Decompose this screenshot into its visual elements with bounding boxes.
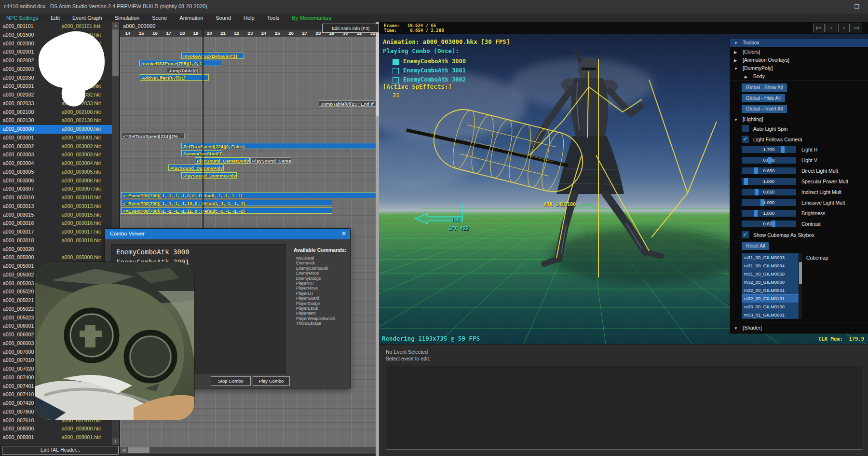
list-item[interactable]: a000_005000a000_005000.hkt <box>0 253 112 262</box>
lighting-header[interactable]: ▼[Lighting] <box>734 116 763 122</box>
list-item[interactable]: a000_003003a000_003003.hkt <box>0 151 112 159</box>
timeline-event[interactable]: JumpTable[0](23 : End If <box>319 100 376 107</box>
checkbox-checked[interactable]: ✓ <box>742 136 749 143</box>
list-item[interactable]: a000_003020 <box>0 245 112 254</box>
scrollbar-thumb[interactable] <box>112 29 119 76</box>
list-item[interactable]: a000_003017a000_003017.hkt <box>0 228 112 236</box>
slider-brightness[interactable]: 1.000 <box>742 210 796 217</box>
cubemap-item[interactable]: m31_00_GILM0004 <box>742 262 799 270</box>
list-item[interactable]: a000_003013a000_003013.hkt <box>0 202 112 211</box>
slider-direct-light-mult[interactable]: 0.650 <box>742 167 796 174</box>
slider-handle[interactable] <box>755 189 759 195</box>
stop-combo-button[interactable]: Stop Combo <box>211 376 251 386</box>
cubemap-item[interactable]: m33_00_GILM0100 <box>742 303 799 311</box>
menu-item-scene[interactable]: Scene <box>146 14 173 22</box>
slider-handle[interactable] <box>754 210 758 217</box>
list-item[interactable]: a000_002100a000_002100.hkt <box>0 108 112 117</box>
timeline-event[interactable]: PlaySound_DummyPoly[191] <box>181 172 237 179</box>
list-item[interactable]: a000_003000a000_003000.hkt <box>0 125 112 134</box>
scroll-up-icon[interactable]: ▲ <box>112 22 119 29</box>
slider-handle[interactable] <box>754 167 758 174</box>
list-item[interactable]: a000_003006a000_003006.hkt <box>0 177 112 185</box>
scrollbar-thumb[interactable] <box>376 29 379 116</box>
timeline-vertical-scrollbar[interactable] <box>376 22 379 456</box>
toolbox-header[interactable]: ▼Toolbox <box>730 39 868 47</box>
timeline-event[interactable]: <=Event700[700](-1, -1, -1, -1, 10, 0 : … <box>121 200 332 206</box>
timeline-event[interactable]: <=SetTurnSpeed[224](2% <box>121 133 185 139</box>
edit-tae-header-button[interactable]: Edit TAE Header... <box>2 446 119 455</box>
combo-checkbox[interactable] <box>393 59 399 65</box>
dialog-title-bar[interactable]: Combo Viewer ✕ <box>105 229 350 239</box>
cubemap-item[interactable]: m32_00_GILM0001 <box>742 286 799 294</box>
timeline-event[interactable]: SpawnOneShotFFX[96] <box>181 150 222 156</box>
shader-header[interactable]: ▼[Shader] <box>734 325 762 331</box>
slider-handle[interactable] <box>760 199 764 206</box>
slider-light-v[interactable]: 0.000 <box>742 157 796 164</box>
scroll-down-icon[interactable]: ▼ <box>112 438 119 445</box>
cubemap-scrollbar[interactable] <box>799 253 802 319</box>
timeline-event[interactable]: PlaySound_DummyPoly[191] <box>168 165 224 171</box>
list-item[interactable]: a000_003002a000_003002.hkt <box>0 142 112 151</box>
menu-item-sound[interactable]: Sound <box>209 14 237 22</box>
slider-handle[interactable] <box>772 221 775 227</box>
menu-item-by-meowmaritus[interactable]: By Meowmaritus <box>285 14 337 22</box>
list-item[interactable]: a000_003015a000_003015.hkt <box>0 211 112 220</box>
slider-handle[interactable] <box>768 157 772 164</box>
list-item[interactable]: a000_003016a000_003016.hkt <box>0 219 112 228</box>
slider-handle[interactable] <box>744 178 748 185</box>
list-item[interactable]: a000_008000a000_008000.hkt <box>0 425 112 433</box>
edit-anim-info-button[interactable]: Edit Anim Info (F3) <box>322 24 379 33</box>
timeline-event[interactable]: InvokeDS3Poise[795](1, 0, 1) <box>139 60 222 66</box>
tree-item-colors[interactable]: ▶[Colors] <box>734 49 760 55</box>
playback-button-1[interactable]: < <box>826 24 837 32</box>
cubemap-list[interactable]: m31_00_GILM0003m31_00_GILM0004m31_00_GIL… <box>742 253 799 319</box>
menu-item-npc-settings[interactable]: NPC Settings <box>0 14 44 22</box>
playback-button-0[interactable]: |<< <box>813 24 825 32</box>
global-button-2[interactable]: Global - Invert All <box>742 105 787 113</box>
list-item[interactable]: a000_002130a000_002130.hkt <box>0 116 112 125</box>
slider-handle[interactable] <box>781 146 785 153</box>
menu-item-edit[interactable]: Edit <box>44 14 66 22</box>
checkbox-unchecked[interactable] <box>742 125 749 132</box>
slider-emissive-light-mult[interactable]: 1.000 <box>742 199 796 206</box>
minimize-button[interactable]: — <box>828 2 845 12</box>
timeline-h-scrollbar[interactable]: ◀ <box>120 447 376 454</box>
timeline-event[interactable]: JumpTable[0] <box>167 67 199 73</box>
cubemap-item[interactable]: m31_00_GILM0050 <box>742 270 799 278</box>
checkbox-checked[interactable]: ✓ <box>742 231 749 238</box>
list-item[interactable]: a000_003010a000_003010.hkt <box>0 193 112 202</box>
timeline-event[interactable]: AddSpEffect[67](31) <box>140 74 209 81</box>
close-icon[interactable]: ✕ <box>341 230 346 237</box>
global-button-1[interactable]: Global - Hide All <box>742 94 785 102</box>
combo-checkbox[interactable] <box>393 68 399 74</box>
chevron-right-icon[interactable]: ▶ <box>734 50 743 55</box>
cubemap-item[interactable]: m33_01_GILM0001 <box>742 311 799 319</box>
slider-indirect-light-mult[interactable]: 0.650 <box>742 189 796 195</box>
list-item[interactable]: a000_008001a000_008001.hkt <box>0 433 112 442</box>
timeline-event[interactable]: PlaySound_CenterBod](123) <box>250 157 291 164</box>
cubemap-item[interactable]: m32_00_GILM0000 <box>742 278 799 286</box>
slider-contrast[interactable]: 0.600 <box>742 221 796 227</box>
menu-item-event-graph[interactable]: Event Graph <box>66 14 108 22</box>
scroll-left-icon[interactable]: ◀ <box>121 447 127 453</box>
playback-button-2[interactable]: > <box>838 24 850 32</box>
slider-light-h[interactable]: 1.700 <box>742 146 796 153</box>
chevron-right-icon[interactable]: ▶ <box>745 75 753 79</box>
global-button-0[interactable]: Global - Show All <box>742 83 787 92</box>
slider-specular-power-mult[interactable]: 1.000 <box>742 178 796 185</box>
event-editor-box[interactable] <box>386 366 863 450</box>
tree-item-dummypoly[interactable]: ▼[DummyPoly] <box>734 65 773 71</box>
scrollbar-thumb[interactable] <box>799 262 802 284</box>
playback-button-3[interactable]: >>| <box>851 24 862 32</box>
menu-item-tools[interactable]: Tools <box>261 14 286 22</box>
timeline-event[interactable]: <=Event700[700](-1, -1, -1, -1, 0, 0 : D… <box>121 192 376 198</box>
list-item[interactable]: a000_003018a000_003018.hkt <box>0 236 112 245</box>
timeline-event[interactable]: InvokeAttackBehavior[1] <box>181 53 244 59</box>
tree-item-animationoverlays[interactable]: ▶[Animation Overlays] <box>734 57 789 63</box>
timeline-event[interactable]: SetTurnSpeed[224](0, False) <box>181 143 376 149</box>
tree-item-body[interactable]: ▶Body <box>745 73 765 79</box>
menu-item-help[interactable]: Help <box>237 14 261 22</box>
maximize-button[interactable]: ❐ <box>849 2 865 12</box>
list-item[interactable]: a000_003005a000_003005.hkt <box>0 168 112 177</box>
cubemap-item[interactable]: m31_00_GILM0003 <box>742 253 799 262</box>
